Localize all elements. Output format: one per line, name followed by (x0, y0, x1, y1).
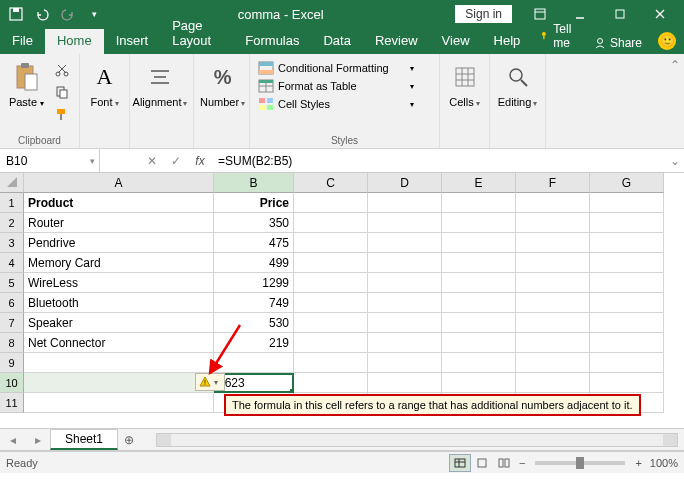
tab-formulas[interactable]: Formulas (233, 29, 311, 54)
tab-data[interactable]: Data (311, 29, 362, 54)
row-header[interactable]: 5 (0, 273, 24, 293)
cell[interactable]: Product (24, 193, 214, 213)
cell[interactable]: Router (24, 213, 214, 233)
row-header[interactable]: 10 (0, 373, 24, 393)
formula-bar: B10 ✕ ✓ fx ⌄ (0, 149, 684, 173)
alignment-button[interactable]: Alignment (136, 56, 184, 109)
add-sheet-icon[interactable]: ⊕ (118, 433, 140, 447)
col-header-a[interactable]: A (24, 173, 214, 193)
error-dropdown-icon[interactable]: ▾ (211, 378, 221, 387)
col-header-b[interactable]: B (214, 173, 294, 193)
cell[interactable]: 749 (214, 293, 294, 313)
cell[interactable]: Pendrive (24, 233, 214, 253)
cells-button[interactable]: Cells (446, 56, 483, 109)
fill-handle[interactable] (290, 389, 294, 393)
zoom-level[interactable]: 100% (650, 457, 678, 469)
status-bar: Ready − + 100% (0, 451, 684, 473)
col-header-f[interactable]: F (516, 173, 590, 193)
cell[interactable]: 499 (214, 253, 294, 273)
collapse-ribbon-icon[interactable]: ⌃ (670, 58, 680, 72)
ribbon-tabs: File Home Insert Page Layout Formulas Da… (0, 28, 684, 54)
tab-review[interactable]: Review (363, 29, 430, 54)
select-all-corner[interactable] (0, 173, 24, 193)
col-header-d[interactable]: D (368, 173, 442, 193)
cell-selected[interactable]: 2623 (214, 373, 294, 393)
error-indicator-icon[interactable]: ! ▾ (195, 373, 225, 391)
cell[interactable]: 1299 (214, 273, 294, 293)
number-button[interactable]: %Number (200, 56, 245, 109)
cell[interactable]: 350 (214, 213, 294, 233)
undo-icon[interactable] (30, 2, 54, 26)
cell-styles-button[interactable]: Cell Styles▾ (256, 96, 416, 112)
tab-view[interactable]: View (430, 29, 482, 54)
col-header-e[interactable]: E (442, 173, 516, 193)
row-header[interactable]: 4 (0, 253, 24, 273)
enter-formula-icon[interactable]: ✓ (164, 149, 188, 172)
row-header[interactable]: 7 (0, 313, 24, 333)
status-text: Ready (6, 457, 38, 469)
cell[interactable] (214, 353, 294, 373)
page-layout-view-icon[interactable] (471, 454, 493, 472)
svg-rect-32 (259, 98, 265, 103)
svg-rect-21 (60, 114, 62, 120)
row-header[interactable]: 1 (0, 193, 24, 213)
tab-help[interactable]: Help (482, 29, 533, 54)
copy-icon[interactable] (51, 82, 73, 102)
svg-rect-36 (456, 68, 474, 86)
font-button[interactable]: AFont (86, 56, 123, 109)
cell[interactable]: Bluetooth (24, 293, 214, 313)
editing-button[interactable]: Editing (496, 56, 539, 109)
horizontal-scrollbar[interactable] (156, 433, 678, 447)
sheet-nav-prev-icon[interactable]: ◂ (10, 433, 16, 447)
cell[interactable]: 530 (214, 313, 294, 333)
tab-file[interactable]: File (0, 29, 45, 54)
cut-icon[interactable] (51, 60, 73, 80)
cell[interactable]: Net Connector (24, 333, 214, 353)
tab-insert[interactable]: Insert (104, 29, 161, 54)
cell[interactable]: 475 (214, 233, 294, 253)
signin-button[interactable]: Sign in (455, 5, 512, 23)
cell[interactable]: WireLess (24, 273, 214, 293)
col-header-c[interactable]: C (294, 173, 368, 193)
page-break-view-icon[interactable] (493, 454, 515, 472)
cell[interactable]: Price (214, 193, 294, 213)
cell[interactable] (24, 373, 214, 393)
tellme-button[interactable]: Tell me (532, 18, 586, 54)
tab-page-layout[interactable]: Page Layout (160, 14, 233, 54)
normal-view-icon[interactable] (449, 454, 471, 472)
row-header[interactable]: 9 (0, 353, 24, 373)
qat-customize-icon[interactable]: ▾ (82, 2, 106, 26)
save-icon[interactable] (4, 2, 28, 26)
tab-home[interactable]: Home (45, 29, 104, 54)
format-painter-icon[interactable] (51, 104, 73, 124)
col-header-g[interactable]: G (590, 173, 664, 193)
share-button[interactable]: Share (586, 32, 650, 54)
cell[interactable]: Memory Card (24, 253, 214, 273)
format-as-table-button[interactable]: Format as Table▾ (256, 78, 416, 94)
spreadsheet-grid[interactable]: A B C D E F G 1 Product Price 2 Router35… (0, 173, 684, 429)
cell[interactable]: Speaker (24, 313, 214, 333)
conditional-formatting-button[interactable]: Conditional Formatting▾ (256, 60, 416, 76)
sheet-nav-next-icon[interactable]: ▸ (35, 433, 41, 447)
close-button[interactable] (640, 0, 680, 28)
cell[interactable]: 219 (214, 333, 294, 353)
fx-icon[interactable]: fx (188, 149, 212, 172)
redo-icon[interactable] (56, 2, 80, 26)
zoom-out-button[interactable]: − (519, 457, 525, 469)
feedback-smiley-icon[interactable]: 🙂 (650, 28, 684, 54)
zoom-slider[interactable] (535, 461, 625, 465)
cancel-formula-icon[interactable]: ✕ (140, 149, 164, 172)
row-header[interactable]: 6 (0, 293, 24, 313)
row-header[interactable]: 3 (0, 233, 24, 253)
cell[interactable] (24, 353, 214, 373)
paste-button[interactable]: Paste ▾ (6, 56, 47, 109)
row-header[interactable]: 11 (0, 393, 24, 413)
row-header[interactable]: 8 (0, 333, 24, 353)
formula-input[interactable] (212, 149, 666, 172)
zoom-in-button[interactable]: + (635, 457, 641, 469)
expand-formula-bar-icon[interactable]: ⌄ (666, 149, 684, 172)
name-box[interactable]: B10 (0, 149, 100, 172)
row-header[interactable]: 2 (0, 213, 24, 233)
sheet-tab[interactable]: Sheet1 (50, 429, 118, 450)
maximize-button[interactable] (600, 0, 640, 28)
